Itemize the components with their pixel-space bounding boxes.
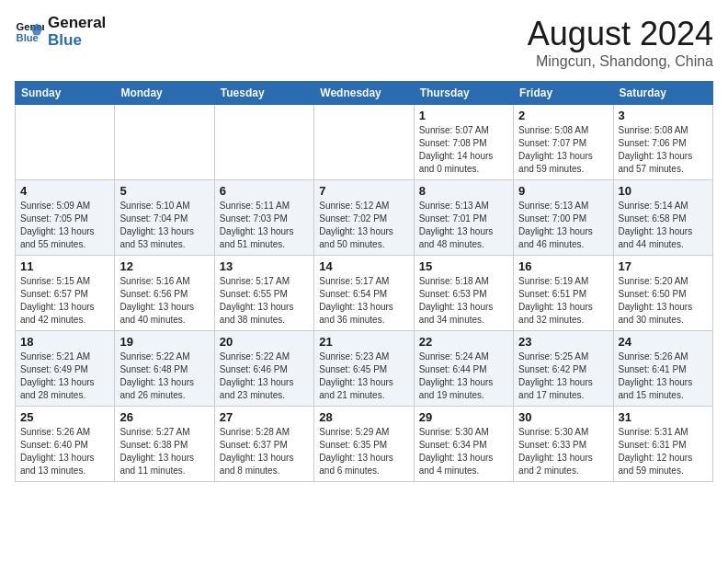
calendar-cell: 25Sunrise: 5:26 AM Sunset: 6:40 PM Dayli…: [16, 407, 115, 482]
day-number: 21: [319, 335, 408, 349]
day-number: 12: [119, 259, 209, 273]
header-thursday: Thursday: [414, 82, 513, 105]
calendar-cell: 9Sunrise: 5:13 AM Sunset: 7:00 PM Daylig…: [514, 180, 613, 256]
calendar-cell: [314, 105, 414, 180]
logo-icon: General Blue: [15, 17, 44, 47]
day-number: 27: [220, 410, 309, 424]
logo-line1: General: [48, 15, 106, 32]
day-info: Sunrise: 5:28 AM Sunset: 6:37 PM Dayligh…: [220, 426, 309, 477]
day-number: 19: [119, 335, 209, 349]
day-number: 20: [220, 335, 309, 349]
day-number: 18: [20, 335, 109, 349]
day-info: Sunrise: 5:11 AM Sunset: 7:03 PM Dayligh…: [220, 200, 309, 251]
calendar-cell: [16, 105, 115, 180]
day-info: Sunrise: 5:22 AM Sunset: 6:48 PM Dayligh…: [119, 350, 209, 402]
calendar-cell: 22Sunrise: 5:24 AM Sunset: 6:44 PM Dayli…: [414, 331, 513, 407]
day-info: Sunrise: 5:26 AM Sunset: 6:40 PM Dayligh…: [20, 426, 109, 477]
calendar-cell: 27Sunrise: 5:28 AM Sunset: 6:37 PM Dayli…: [214, 407, 313, 482]
day-number: 24: [619, 335, 708, 349]
title-block: August 2024 Mingcun, Shandong, China: [528, 15, 713, 70]
calendar-cell: [115, 105, 214, 180]
day-number: 16: [518, 259, 608, 273]
calendar-cell: 8Sunrise: 5:13 AM Sunset: 7:01 PM Daylig…: [414, 180, 513, 256]
day-info: Sunrise: 5:07 AM Sunset: 7:08 PM Dayligh…: [419, 124, 508, 176]
day-number: 10: [619, 184, 708, 198]
day-number: 1: [419, 109, 508, 122]
calendar-cell: 5Sunrise: 5:10 AM Sunset: 7:04 PM Daylig…: [115, 180, 214, 256]
day-info: Sunrise: 5:14 AM Sunset: 6:58 PM Dayligh…: [619, 200, 708, 251]
day-number: 14: [319, 259, 408, 273]
calendar-cell: 30Sunrise: 5:30 AM Sunset: 6:33 PM Dayli…: [514, 407, 613, 482]
calendar-cell: 23Sunrise: 5:25 AM Sunset: 6:42 PM Dayli…: [514, 331, 613, 407]
logo: General Blue General Blue: [15, 15, 106, 49]
calendar-cell: 16Sunrise: 5:19 AM Sunset: 6:51 PM Dayli…: [514, 256, 613, 331]
day-info: Sunrise: 5:29 AM Sunset: 6:35 PM Dayligh…: [319, 426, 408, 477]
day-info: Sunrise: 5:22 AM Sunset: 6:46 PM Dayligh…: [220, 350, 309, 402]
day-info: Sunrise: 5:12 AM Sunset: 7:02 PM Dayligh…: [319, 200, 408, 251]
day-info: Sunrise: 5:30 AM Sunset: 6:34 PM Dayligh…: [419, 426, 508, 477]
day-info: Sunrise: 5:10 AM Sunset: 7:04 PM Dayligh…: [119, 200, 209, 251]
calendar-header-row: SundayMondayTuesdayWednesdayThursdayFrid…: [16, 82, 713, 105]
calendar-cell: 21Sunrise: 5:23 AM Sunset: 6:45 PM Dayli…: [314, 331, 414, 407]
calendar-cell: 4Sunrise: 5:09 AM Sunset: 7:05 PM Daylig…: [16, 180, 115, 256]
day-info: Sunrise: 5:25 AM Sunset: 6:42 PM Dayligh…: [518, 350, 608, 402]
calendar-cell: 1Sunrise: 5:07 AM Sunset: 7:08 PM Daylig…: [414, 105, 513, 180]
header-wednesday: Wednesday: [314, 82, 414, 105]
day-number: 4: [20, 184, 109, 198]
header-monday: Monday: [115, 82, 214, 105]
calendar-cell: 24Sunrise: 5:26 AM Sunset: 6:41 PM Dayli…: [613, 331, 712, 407]
day-number: 31: [619, 410, 708, 424]
day-number: 11: [20, 259, 109, 273]
calendar-cell: 29Sunrise: 5:30 AM Sunset: 6:34 PM Dayli…: [414, 407, 513, 482]
day-info: Sunrise: 5:08 AM Sunset: 7:06 PM Dayligh…: [619, 124, 708, 176]
day-number: 3: [619, 109, 708, 122]
day-number: 28: [319, 410, 408, 424]
calendar-cell: 14Sunrise: 5:17 AM Sunset: 6:54 PM Dayli…: [314, 256, 414, 331]
calendar-cell: 20Sunrise: 5:22 AM Sunset: 6:46 PM Dayli…: [214, 331, 313, 407]
calendar-week-5: 25Sunrise: 5:26 AM Sunset: 6:40 PM Dayli…: [16, 407, 713, 482]
header-tuesday: Tuesday: [214, 82, 313, 105]
day-number: 17: [619, 259, 708, 273]
day-number: 9: [518, 184, 608, 198]
calendar-cell: 6Sunrise: 5:11 AM Sunset: 7:03 PM Daylig…: [214, 180, 313, 256]
day-number: 5: [119, 184, 209, 198]
day-info: Sunrise: 5:27 AM Sunset: 6:38 PM Dayligh…: [119, 426, 209, 477]
day-number: 26: [119, 410, 209, 424]
header-sunday: Sunday: [16, 82, 115, 105]
calendar-cell: [214, 105, 313, 180]
day-info: Sunrise: 5:17 AM Sunset: 6:55 PM Dayligh…: [220, 275, 309, 327]
month-title: August 2024: [528, 15, 713, 53]
day-number: 23: [518, 335, 608, 349]
calendar-cell: 15Sunrise: 5:18 AM Sunset: 6:53 PM Dayli…: [414, 256, 513, 331]
day-number: 29: [419, 410, 508, 424]
page-header: General Blue General Blue August 2024 Mi…: [15, 15, 713, 70]
calendar-cell: 17Sunrise: 5:20 AM Sunset: 6:50 PM Dayli…: [613, 256, 712, 331]
day-number: 30: [518, 410, 608, 424]
day-info: Sunrise: 5:13 AM Sunset: 7:01 PM Dayligh…: [419, 200, 508, 251]
calendar-cell: 31Sunrise: 5:31 AM Sunset: 6:31 PM Dayli…: [613, 407, 712, 482]
calendar-cell: 11Sunrise: 5:15 AM Sunset: 6:57 PM Dayli…: [16, 256, 115, 331]
calendar-week-3: 11Sunrise: 5:15 AM Sunset: 6:57 PM Dayli…: [16, 256, 713, 331]
day-info: Sunrise: 5:23 AM Sunset: 6:45 PM Dayligh…: [319, 350, 408, 402]
day-info: Sunrise: 5:20 AM Sunset: 6:50 PM Dayligh…: [619, 275, 708, 327]
day-number: 15: [419, 259, 508, 273]
day-number: 6: [220, 184, 309, 198]
day-info: Sunrise: 5:31 AM Sunset: 6:31 PM Dayligh…: [619, 426, 708, 477]
day-info: Sunrise: 5:21 AM Sunset: 6:49 PM Dayligh…: [20, 350, 109, 402]
calendar-cell: 13Sunrise: 5:17 AM Sunset: 6:55 PM Dayli…: [214, 256, 313, 331]
calendar-cell: 10Sunrise: 5:14 AM Sunset: 6:58 PM Dayli…: [613, 180, 712, 256]
calendar-cell: 28Sunrise: 5:29 AM Sunset: 6:35 PM Dayli…: [314, 407, 414, 482]
calendar-table: SundayMondayTuesdayWednesdayThursdayFrid…: [15, 81, 713, 482]
day-info: Sunrise: 5:09 AM Sunset: 7:05 PM Dayligh…: [20, 200, 109, 251]
day-info: Sunrise: 5:19 AM Sunset: 6:51 PM Dayligh…: [518, 275, 608, 327]
header-friday: Friday: [514, 82, 613, 105]
day-info: Sunrise: 5:15 AM Sunset: 6:57 PM Dayligh…: [20, 275, 109, 327]
day-info: Sunrise: 5:30 AM Sunset: 6:33 PM Dayligh…: [518, 426, 608, 477]
calendar-cell: 7Sunrise: 5:12 AM Sunset: 7:02 PM Daylig…: [314, 180, 414, 256]
day-number: 7: [319, 184, 408, 198]
calendar-week-4: 18Sunrise: 5:21 AM Sunset: 6:49 PM Dayli…: [16, 331, 713, 407]
calendar-cell: 2Sunrise: 5:08 AM Sunset: 7:07 PM Daylig…: [514, 105, 613, 180]
day-info: Sunrise: 5:08 AM Sunset: 7:07 PM Dayligh…: [518, 124, 608, 176]
calendar-cell: 26Sunrise: 5:27 AM Sunset: 6:38 PM Dayli…: [115, 407, 214, 482]
day-number: 13: [220, 259, 309, 273]
